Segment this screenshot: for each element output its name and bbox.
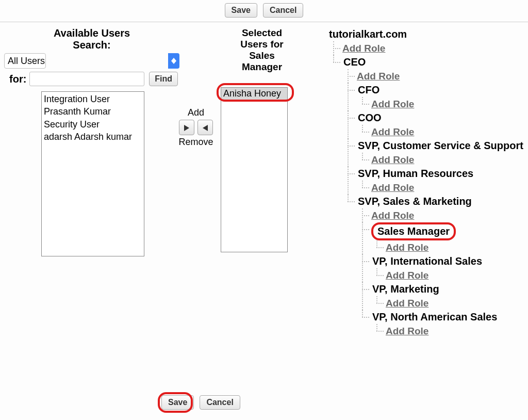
svg-marker-3 — [203, 125, 208, 131]
tree-node-coo[interactable]: COO — [357, 111, 383, 125]
find-button[interactable]: Find — [149, 72, 178, 86]
available-user-item[interactable]: Prasanth Kumar — [44, 105, 142, 118]
add-role-link[interactable]: Add Role — [371, 99, 414, 109]
svg-marker-1 — [171, 61, 176, 64]
select-arrows-icon — [168, 53, 179, 69]
add-role-link[interactable]: Add Role — [386, 326, 428, 336]
tree-node-sales-manager[interactable]: Sales Manager — [371, 222, 456, 240]
remove-label: Remove — [175, 137, 217, 148]
add-button[interactable] — [179, 120, 194, 135]
add-role-link[interactable]: Add Role — [371, 154, 414, 165]
add-role-link[interactable]: Add Role — [386, 270, 428, 281]
selected-user-item[interactable]: Anisha Honey — [221, 88, 287, 100]
add-role-link[interactable]: Add Role — [357, 71, 400, 82]
svg-marker-2 — [184, 125, 189, 131]
tree-node-ceo[interactable]: CEO — [342, 55, 367, 69]
selected-users-list[interactable]: Anisha Honey — [221, 87, 288, 252]
available-users-list[interactable]: Integration UserPrasanth KumarSecurity U… — [41, 91, 144, 256]
tree-node-cfo[interactable]: CFO — [357, 83, 381, 97]
available-user-item[interactable]: Security User — [44, 118, 142, 131]
tree-node-vp-mkt[interactable]: VP, Marketing — [371, 282, 440, 296]
tree-node-svp-sm[interactable]: SVP, Sales & Marketing — [357, 195, 473, 208]
search-scope-select[interactable]: All Users — [4, 53, 46, 69]
add-role-link[interactable]: Add Role — [386, 298, 428, 309]
role-hierarchy-tree: tutorialkart.com Add Role CEO Add Role C… — [314, 27, 528, 338]
available-users-heading: Available Users Search: — [4, 27, 179, 51]
remove-button[interactable] — [197, 120, 213, 135]
cancel-button-top[interactable]: Cancel — [263, 3, 303, 18]
selected-users-heading: Selected Users for Sales Manager — [226, 27, 298, 72]
svg-marker-0 — [171, 58, 176, 61]
tree-node-vp-na[interactable]: VP, North American Sales — [371, 310, 498, 324]
arrow-left-icon — [203, 125, 208, 131]
add-role-link[interactable]: Add Role — [386, 242, 428, 253]
save-button-top[interactable]: Save — [225, 3, 257, 18]
tree-root-label: tutorialkart.com — [328, 27, 408, 41]
arrow-right-icon — [184, 125, 189, 131]
add-role-link[interactable]: Add Role — [371, 126, 414, 137]
top-button-row: Save Cancel — [0, 0, 528, 22]
add-label: Add — [175, 107, 217, 118]
save-button-bottom[interactable]: Save — [161, 395, 194, 410]
tree-node-svp-hr[interactable]: SVP, Human Resources — [357, 167, 474, 181]
available-user-item[interactable]: adarsh Adarsh kumar — [44, 131, 142, 143]
add-role-link[interactable]: Add Role — [371, 182, 414, 193]
tree-node-svp-cs[interactable]: SVP, Customer Service & Support — [357, 139, 524, 153]
add-role-link[interactable]: Add Role — [342, 43, 385, 54]
search-input[interactable] — [29, 72, 144, 86]
tree-node-vp-intl[interactable]: VP, International Sales — [371, 254, 483, 268]
bottom-button-row: Save Cancel — [160, 395, 242, 410]
add-role-link[interactable]: Add Role — [371, 210, 414, 221]
available-user-item[interactable]: Integration User — [44, 93, 142, 105]
cancel-button-bottom[interactable]: Cancel — [200, 395, 240, 410]
for-label: for: — [4, 73, 26, 85]
